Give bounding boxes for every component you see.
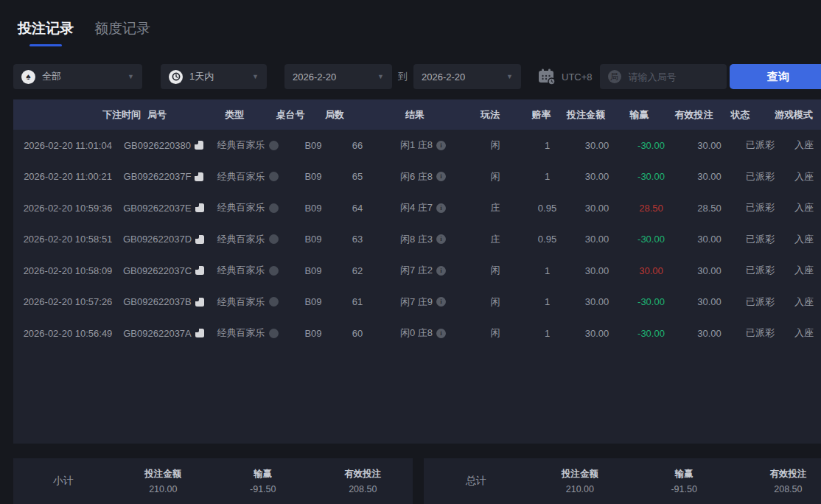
bet-amount-text: 30.00	[585, 296, 609, 307]
cell-bet-amount: 30.00	[571, 328, 623, 339]
cell-bet-time: 2026-02-20 10:58:09	[13, 265, 122, 276]
tab-bet-records[interactable]: 投注记录	[18, 19, 74, 46]
calendar-clock-icon[interactable]	[537, 68, 556, 85]
query-button[interactable]: 查询	[730, 64, 821, 89]
win-loss-text: -30.00	[637, 296, 665, 307]
cell-result: 闲1 庄8i	[379, 139, 467, 152]
chevron-down-icon: ▼	[127, 73, 134, 80]
table-no-text: B09	[304, 140, 321, 151]
cell-round-count: 60	[336, 328, 379, 339]
game-mode-text: 入座	[794, 233, 814, 246]
total-win-loss: 输赢 -91.50	[632, 468, 736, 494]
info-icon[interactable]: i	[436, 172, 446, 181]
date-to-value: 2026-2-20	[422, 71, 465, 83]
cell-win-loss: -30.00	[623, 234, 679, 245]
copy-icon[interactable]	[195, 266, 204, 275]
game-type-text: 经典百家乐	[217, 326, 265, 340]
status-text: 已派彩	[746, 201, 775, 214]
total-valid-bet-value: 208.50	[736, 484, 821, 494]
copy-icon[interactable]	[195, 298, 204, 307]
cell-bet-amount: 30.00	[571, 203, 623, 214]
odds-text: 1	[545, 171, 550, 182]
cell-win-loss: -30.00	[623, 296, 679, 307]
round-id-text: GB0926220380	[124, 140, 191, 151]
time-range-dropdown[interactable]: 1天内 ▼	[161, 64, 267, 89]
cell-game-type: 经典百家乐	[205, 201, 290, 214]
table-row: 2026-02-20 10:56:49GB092622037A经典百家乐B096…	[13, 318, 821, 349]
tab-quota-records[interactable]: 额度记录	[94, 19, 150, 46]
result-text: 闲8 庄3	[400, 233, 433, 246]
cell-game-type: 经典百家乐	[205, 264, 290, 277]
game-mode-text: 入座	[794, 326, 814, 340]
info-icon[interactable]: i	[436, 203, 446, 213]
bet-amount-text: 30.00	[585, 203, 609, 214]
tab-bet-records-label: 投注记录	[18, 21, 74, 36]
cell-round-id: GB092622037F	[122, 171, 205, 182]
round-search-input[interactable]	[627, 71, 711, 83]
valid-bet-text: 30.00	[697, 265, 722, 276]
win-loss-label: 输赢	[632, 468, 736, 480]
cell-win-loss: -30.00	[623, 171, 679, 182]
round-count-text: 66	[352, 140, 363, 151]
tab-quota-records-label: 额度记录	[94, 21, 150, 36]
game-type-text: 经典百家乐	[217, 233, 265, 246]
date-to-picker[interactable]: 2026-2-20 ▼	[413, 64, 521, 89]
column-header: 结果	[371, 108, 459, 122]
round-count-text: 63	[352, 234, 363, 245]
cell-play-type: 闲	[467, 170, 523, 183]
copy-icon[interactable]	[195, 172, 203, 181]
round-count-text: 60	[352, 328, 363, 339]
table-row: 2026-02-20 10:58:09GB092622037C经典百家乐B096…	[13, 255, 821, 287]
bet-amount-text: 30.00	[585, 328, 609, 339]
copy-icon[interactable]	[195, 329, 204, 337]
cell-bet-amount: 30.00	[571, 296, 623, 307]
copy-icon[interactable]	[195, 141, 203, 150]
cell-valid-bet: 30.00	[679, 328, 739, 339]
odds-text: 1	[545, 140, 550, 151]
subtotal-valid-bet: 有效投注 208.50	[313, 468, 413, 494]
bet-amount-label: 投注金额	[528, 468, 632, 480]
cell-status: 已派彩	[739, 201, 781, 214]
cell-play-type: 庄	[467, 201, 523, 214]
cell-table-no: B09	[290, 203, 336, 214]
round-count-text: 62	[352, 265, 363, 276]
table-no-text: B09	[304, 203, 321, 214]
table-row: 2026-02-20 10:57:26GB092622037B经典百家乐B096…	[13, 287, 821, 318]
game-type-dropdown[interactable]: ♠ 全部 ▼	[13, 64, 142, 89]
chevron-down-icon: ▼	[506, 73, 513, 80]
win-loss-text: 30.00	[639, 265, 663, 276]
bet-time-text: 2026-02-20 11:00:21	[24, 171, 112, 182]
filter-bar: ♠ 全部 ▼ 1天内 ▼ 2026-2-20 ▼ 到 2026-2-20 ▼	[0, 64, 821, 89]
cell-game-mode: 入座	[781, 264, 821, 277]
cell-game-mode: 入座	[781, 295, 821, 309]
valid-bet-label: 有效投注	[736, 468, 821, 480]
date-from-picker[interactable]: 2026-2-20 ▼	[284, 64, 392, 89]
odds-text: 1	[545, 328, 550, 339]
subtotal-bet-value: 210.00	[113, 484, 214, 494]
info-icon[interactable]: i	[436, 141, 446, 150]
game-logo-icon	[269, 266, 279, 276]
info-icon[interactable]: i	[436, 297, 446, 307]
cell-play-type: 庄	[467, 233, 523, 246]
column-header: 游戏模式	[771, 108, 817, 122]
status-text: 已派彩	[746, 233, 775, 246]
round-search-box[interactable]: 局	[600, 64, 727, 89]
table-no-text: B09	[304, 265, 321, 276]
cell-result: 闲7 庄9i	[379, 295, 467, 309]
cell-bet-time: 2026-02-20 10:57:26	[13, 296, 122, 307]
cell-status: 已派彩	[739, 139, 781, 152]
info-icon[interactable]: i	[436, 234, 446, 244]
cell-status: 已派彩	[739, 170, 781, 183]
column-header: 桌台号	[268, 108, 313, 122]
copy-icon[interactable]	[195, 235, 204, 244]
info-icon[interactable]: i	[436, 329, 446, 338]
timezone-display: UTC+8	[537, 68, 593, 85]
valid-bet-text: 28.50	[697, 203, 722, 214]
info-icon[interactable]: i	[436, 266, 446, 276]
cell-bet-amount: 30.00	[571, 140, 623, 151]
copy-icon[interactable]	[195, 203, 204, 212]
bet-time-text: 2026-02-20 10:57:26	[24, 296, 113, 307]
table-row: 2026-02-20 11:00:21GB092622037F经典百家乐B096…	[13, 161, 821, 193]
subtotal-title: 小计	[13, 475, 113, 488]
bet-time-text: 2026-02-20 10:59:36	[24, 203, 113, 214]
